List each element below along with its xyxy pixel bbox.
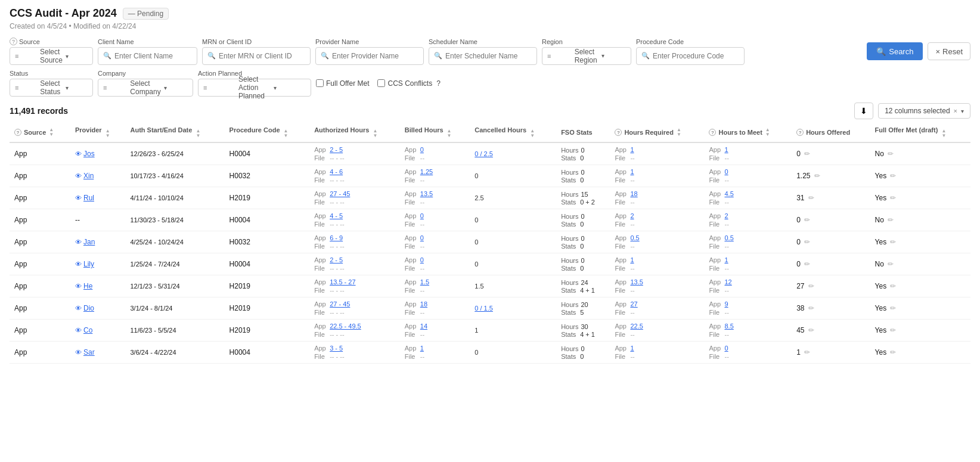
full-offer-met-cell: No ✏ xyxy=(870,209,970,231)
region-select[interactable]: ≡ Select Region ▾ xyxy=(542,47,631,65)
col-fso-stats: FSO Stats xyxy=(556,123,610,142)
source-sort[interactable]: ▲▼ xyxy=(49,128,54,137)
hours-offered-edit-icon[interactable]: ✏ xyxy=(808,304,814,312)
status-select[interactable]: ≡ Select Status ▾ xyxy=(10,79,93,97)
col-auth-hours: Authorized Hours ▲▼ xyxy=(309,123,400,142)
full-offer-met-cell: No ✏ xyxy=(870,142,970,165)
full-offer-edit-icon[interactable]: ✏ xyxy=(890,348,896,356)
cancelled-hours-sort[interactable]: ▲▼ xyxy=(530,129,535,138)
columns-x-icon[interactable]: × xyxy=(954,107,957,114)
full-offer-sort[interactable]: ▲▼ xyxy=(941,129,946,138)
company-select[interactable]: ≡ Select Company ▾ xyxy=(98,79,193,97)
hours-meet-info-icon[interactable]: ? xyxy=(709,129,716,136)
full-offer-edit-icon[interactable]: ✏ xyxy=(890,172,896,180)
full-offer-met-cell: Yes ✏ xyxy=(870,187,970,209)
columns-chevron-icon[interactable]: ▾ xyxy=(961,108,964,114)
source-cell: App xyxy=(10,209,70,231)
meta-info: Created on 4/5/24 • Modified on 4/22/24 xyxy=(10,22,970,30)
reset-button[interactable]: × Reset xyxy=(928,42,970,60)
status-funnel-icon: ≡ xyxy=(15,84,37,91)
source-cell: App xyxy=(10,275,70,297)
mrn-input[interactable] xyxy=(219,52,305,60)
auth-date-cell: 1/25/24 - 7/24/24 xyxy=(126,253,225,275)
auth-date-cell: 4/25/24 - 10/24/24 xyxy=(126,231,225,253)
col-full-offer-met: Full Offer Met (draft) ▲▼ xyxy=(870,123,970,142)
fso-stats-cell: Hours15 Stats0 + 2 xyxy=(556,187,610,209)
proc-code-cell: H2019 xyxy=(225,275,310,297)
ccs-conflicts-checkbox-label[interactable]: CCS Conflicts ? xyxy=(377,79,440,88)
hours-required-cell: App1 File-- xyxy=(610,253,704,275)
action-planned-select[interactable]: ≡ Select Action Planned ▾ xyxy=(198,79,311,97)
proc-code-sort[interactable]: ▲▼ xyxy=(284,129,289,138)
hours-offered-info-icon[interactable]: ? xyxy=(796,129,804,136)
source-funnel-icon: ≡ xyxy=(15,52,37,60)
hours-offered-edit-icon[interactable]: ✏ xyxy=(808,326,814,334)
fso-stats-cell: Hours0 Stats0 xyxy=(556,165,610,187)
search-button[interactable]: 🔍 Search xyxy=(867,42,923,60)
provider-cell: 👁Xin xyxy=(70,165,126,187)
company-funnel-icon: ≡ xyxy=(103,84,127,91)
fso-stats-cell: Hours20 Stats5 xyxy=(556,297,610,320)
source-cell: App xyxy=(10,231,70,253)
hours-req-info-icon[interactable]: ? xyxy=(615,129,622,136)
client-name-input[interactable] xyxy=(114,52,192,60)
hours-req-sort[interactable]: ▲▼ xyxy=(677,128,681,137)
provider-sort[interactable]: ▲▼ xyxy=(106,129,110,138)
hours-offered-cell: 27 ✏ xyxy=(792,275,870,297)
full-offer-edit-icon[interactable]: ✏ xyxy=(888,260,894,268)
billed-hours-sort[interactable]: ▲▼ xyxy=(447,129,452,138)
hours-offered-edit-icon[interactable]: ✏ xyxy=(804,348,810,356)
full-offer-met-cell: Yes ✏ xyxy=(870,320,970,342)
full-offer-edit-icon[interactable]: ✏ xyxy=(888,150,894,158)
ccs-conflicts-checkbox[interactable] xyxy=(377,79,385,87)
hours-offered-edit-icon[interactable]: ✏ xyxy=(804,216,810,224)
billed-hours-cell: App0 File-- xyxy=(400,231,470,253)
table-row: App👁Lily1/25/24 - 7/24/24H0004 App2 - 5 … xyxy=(10,253,970,275)
hours-offered-cell: 0 ✏ xyxy=(792,142,870,165)
full-offer-edit-icon[interactable]: ✏ xyxy=(888,216,894,224)
provider-input[interactable] xyxy=(332,52,418,60)
source-info-icon[interactable]: ? xyxy=(10,38,17,45)
procedure-code-input[interactable] xyxy=(653,52,739,60)
eye-icon: 👁 xyxy=(75,172,82,179)
col-provider: Provider ▲▼ xyxy=(70,123,126,142)
hours-offered-edit-icon[interactable]: ✏ xyxy=(808,194,814,202)
auth-date-sort[interactable]: ▲▼ xyxy=(196,129,200,138)
columns-selector[interactable]: 12 columns selected × ▾ xyxy=(878,103,970,119)
col-proc-code: Procedure Code ▲▼ xyxy=(225,123,310,142)
hours-offered-edit-icon[interactable]: ✏ xyxy=(804,260,810,268)
full-offer-met-checkbox-label[interactable]: Full Offer Met xyxy=(316,79,369,88)
source-cell: App xyxy=(10,297,70,320)
table-row: App👁Jos12/26/23 - 6/25/24H0004 App2 - 5 … xyxy=(10,142,970,165)
full-offer-edit-icon[interactable]: ✏ xyxy=(890,304,896,312)
hours-offered-cell: 45 ✏ xyxy=(792,320,870,342)
client-name-input-wrapper: 🔍 xyxy=(98,47,197,65)
full-offer-edit-icon[interactable]: ✏ xyxy=(890,238,896,246)
scheduler-input[interactable] xyxy=(445,52,532,60)
hours-offered-edit-icon[interactable]: ✏ xyxy=(804,150,810,158)
ccs-conflicts-info-icon[interactable]: ? xyxy=(436,79,441,88)
hours-offered-edit-icon[interactable]: ✏ xyxy=(804,238,810,246)
full-offer-edit-icon[interactable]: ✏ xyxy=(890,194,896,202)
proc-code-cell: H0004 xyxy=(225,209,310,231)
source-cell: App xyxy=(10,187,70,209)
procedure-code-input-wrapper: 🔍 xyxy=(636,47,745,65)
proc-code-cell: H2019 xyxy=(225,297,310,320)
hours-meet-sort[interactable]: ▲▼ xyxy=(765,128,770,137)
download-button[interactable]: ⬇ xyxy=(854,103,873,119)
provider-cell: 👁He xyxy=(70,275,126,297)
source-select[interactable]: ≡ Select Source ▾ xyxy=(10,47,93,65)
scheduler-search-icon: 🔍 xyxy=(434,52,442,60)
hours-offered-edit-icon[interactable]: ✏ xyxy=(814,172,820,180)
company-filter: Company ≡ Select Company ▾ xyxy=(98,70,193,97)
source-cell: App xyxy=(10,142,70,165)
hours-offered-edit-icon[interactable]: ✏ xyxy=(808,282,814,290)
source-col-info-icon[interactable]: ? xyxy=(14,129,21,136)
scheduler-filter: Scheduler Name 🔍 xyxy=(429,38,537,65)
auth-date-cell: 12/26/23 - 6/25/24 xyxy=(126,142,225,165)
full-offer-met-cell: Yes ✏ xyxy=(870,231,970,253)
full-offer-edit-icon[interactable]: ✏ xyxy=(890,326,896,334)
full-offer-edit-icon[interactable]: ✏ xyxy=(890,282,896,290)
full-offer-met-checkbox[interactable] xyxy=(316,79,324,87)
auth-hours-sort[interactable]: ▲▼ xyxy=(373,129,377,138)
